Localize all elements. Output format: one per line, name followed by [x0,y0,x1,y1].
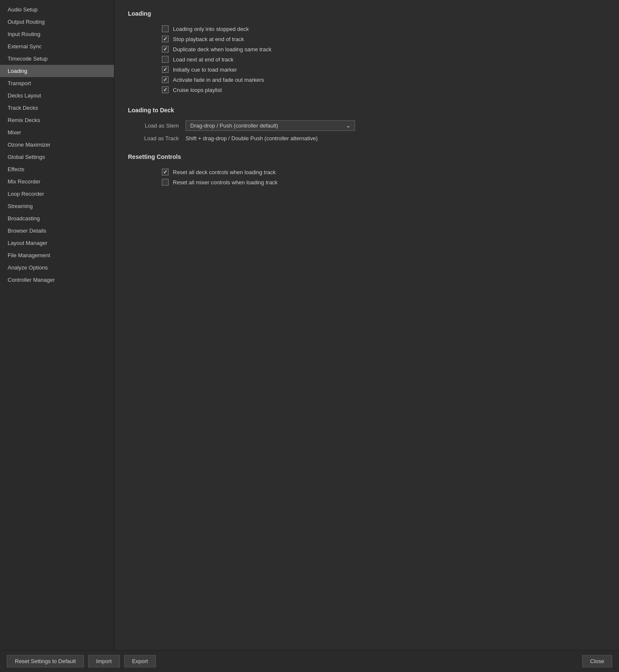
checkbox-label-reset-mixer-controls: Reset all mixer controls when loading tr… [173,179,278,186]
checkbox-reset-deck-controls[interactable] [162,169,169,175]
content-area: Loading Loading only into stopped deckSt… [114,0,619,650]
checkbox-row-duplicate-deck-loading: Duplicate deck when loading same track [162,44,605,54]
checkbox-load-next-end[interactable] [162,56,169,63]
sidebar-item-track-decks[interactable]: Track Decks [0,102,114,114]
sidebar-item-remix-decks[interactable]: Remix Decks [0,114,114,126]
loading-to-deck-section: Loading to Deck Load as Stem Drag-drop /… [128,107,605,142]
loading-section-title: Loading [128,10,605,17]
checkbox-label-load-next-end: Load next at end of track [173,56,233,63]
checkbox-row-load-next-end: Load next at end of track [162,54,605,64]
sidebar: Audio SetupOutput RoutingInput RoutingEx… [0,0,114,650]
sidebar-item-global-settings[interactable]: Global Settings [0,151,114,163]
checkbox-row-loading-only-stopped: Loading only into stopped deck [162,24,605,34]
sidebar-item-mix-recorder[interactable]: Mix Recorder [0,175,114,188]
load-as-track-label: Load as Track [128,135,179,142]
load-as-stem-dropdown[interactable]: Drag-drop / Push (controller default)Alw… [186,120,355,131]
sidebar-item-file-management[interactable]: File Management [0,249,114,261]
checkbox-row-reset-deck-controls: Reset all deck controls when loading tra… [162,167,605,177]
checkbox-activate-fade-markers[interactable] [162,76,169,83]
checkbox-row-cruise-loops-playlist: Cruise loops playlist [162,85,605,95]
checkbox-row-initially-cue-load-marker: Initially cue to load marker [162,64,605,75]
close-button[interactable]: Close [582,655,612,667]
checkbox-label-activate-fade-markers: Activate fade in and fade out markers [173,77,264,83]
sidebar-item-loading[interactable]: Loading [0,65,114,77]
sidebar-item-decks-layout[interactable]: Decks Layout [0,89,114,102]
export-button[interactable]: Export [124,655,156,667]
sidebar-item-mixer[interactable]: Mixer [0,126,114,139]
loading-checkboxes: Loading only into stopped deckStop playb… [162,24,605,95]
sidebar-item-layout-manager[interactable]: Layout Manager [0,237,114,249]
sidebar-item-analyze-options[interactable]: Analyze Options [0,261,114,274]
checkbox-label-cruise-loops-playlist: Cruise loops playlist [173,87,222,93]
resetting-controls-section: Resetting Controls Reset all deck contro… [128,153,605,187]
checkbox-label-initially-cue-load-marker: Initially cue to load marker [173,67,237,73]
checkbox-reset-mixer-controls[interactable] [162,179,169,186]
load-as-track-row: Load as Track Shift + drag-drop / Double… [128,135,605,142]
load-as-track-value: Shift + drag-drop / Double Push (control… [186,135,318,142]
checkbox-label-duplicate-deck-loading: Duplicate deck when loading same track [173,46,272,53]
sidebar-item-transport[interactable]: Transport [0,77,114,89]
sidebar-item-browser-details[interactable]: Browser Details [0,225,114,237]
checkbox-loading-only-stopped[interactable] [162,25,169,32]
checkbox-row-stop-playback-end: Stop playback at end of track [162,34,605,44]
footer: Reset Settings to Default Import Export … [0,650,619,672]
load-as-stem-label: Load as Stem [128,122,179,129]
resetting-checkboxes: Reset all deck controls when loading tra… [162,167,605,187]
reset-settings-button[interactable]: Reset Settings to Default [7,655,84,667]
checkbox-stop-playback-end[interactable] [162,36,169,42]
checkbox-label-loading-only-stopped: Loading only into stopped deck [173,26,249,32]
loading-to-deck-title: Loading to Deck [128,107,605,114]
import-button[interactable]: Import [88,655,120,667]
load-as-stem-dropdown-wrapper[interactable]: Drag-drop / Push (controller default)Alw… [186,120,355,131]
sidebar-item-controller-manager[interactable]: Controller Manager [0,274,114,286]
checkbox-cruise-loops-playlist[interactable] [162,86,169,93]
sidebar-item-streaming[interactable]: Streaming [0,200,114,212]
sidebar-item-timecode-setup[interactable]: Timecode Setup [0,53,114,65]
loading-section: Loading Loading only into stopped deckSt… [128,10,605,95]
resetting-controls-title: Resetting Controls [128,153,605,160]
load-as-stem-row: Load as Stem Drag-drop / Push (controlle… [128,120,605,131]
sidebar-item-external-sync[interactable]: External Sync [0,40,114,53]
checkbox-duplicate-deck-loading[interactable] [162,46,169,53]
sidebar-item-ozone-maximizer[interactable]: Ozone Maximizer [0,139,114,151]
checkbox-initially-cue-load-marker[interactable] [162,66,169,73]
checkbox-label-stop-playback-end: Stop playback at end of track [173,36,244,42]
checkbox-label-reset-deck-controls: Reset all deck controls when loading tra… [173,169,276,175]
sidebar-item-effects[interactable]: Effects [0,163,114,175]
checkbox-row-reset-mixer-controls: Reset all mixer controls when loading tr… [162,177,605,187]
sidebar-item-input-routing[interactable]: Input Routing [0,28,114,40]
sidebar-item-loop-recorder[interactable]: Loop Recorder [0,188,114,200]
sidebar-item-broadcasting[interactable]: Broadcasting [0,212,114,225]
checkbox-row-activate-fade-markers: Activate fade in and fade out markers [162,75,605,85]
sidebar-item-output-routing[interactable]: Output Routing [0,16,114,28]
sidebar-item-audio-setup[interactable]: Audio Setup [0,3,114,16]
